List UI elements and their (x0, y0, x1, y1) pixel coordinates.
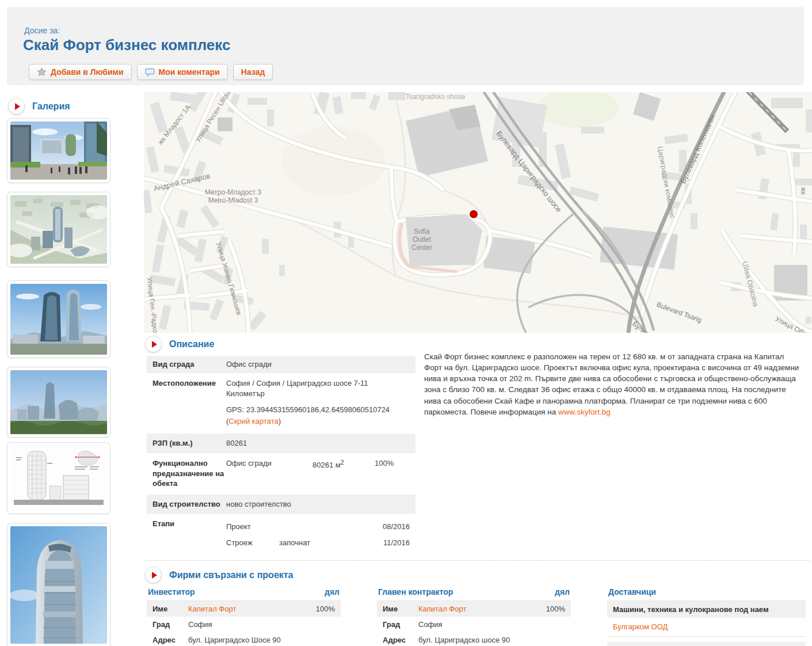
functional-use: Офис сгради (226, 458, 312, 469)
back-label: Назад (241, 67, 265, 77)
row-stages: Етапи Проект 08/2016 Строеж започнат 11/… (147, 514, 415, 554)
row-functional-purpose: Функционално предназначение на обекта Оф… (147, 453, 415, 495)
suppliers-header: Доставчици (608, 587, 656, 596)
project-about-text: Скай Форт бизнес комплекс е разположен н… (424, 351, 803, 417)
header-card: Досие за: Скай Форт бизнес комплекс Доба… (7, 7, 804, 85)
gallery-thumbnail-tower-closeup[interactable] (7, 523, 110, 646)
back-button[interactable]: Назад (233, 64, 273, 80)
star-icon (37, 67, 47, 77)
investor-address-row: Адрес бул. Цариградско Шосе 90 (147, 632, 341, 646)
supplier-company-link[interactable]: Булгарком ООД (613, 622, 668, 631)
gallery-thumbnail-panorama[interactable] (7, 367, 110, 438)
svg-text:Center: Center (411, 244, 432, 252)
section-arrow-icon (145, 567, 162, 583)
svg-text:Sofia: Sofia (414, 227, 430, 235)
location-value: София / София / Цариградско шосе 7-11 Ки… (226, 378, 405, 399)
functional-area: 80261 м2 (312, 458, 375, 471)
stage-row: Проект 08/2016 (226, 519, 410, 535)
share-header: дял (325, 587, 340, 596)
row-building-type: Вид сграда Офис сгради (147, 356, 415, 373)
dossier-kicker: Досие за: (24, 26, 60, 35)
description-title: Описание (169, 339, 214, 349)
header-toolbar: Добави в Любими Мои коментари Назад (29, 64, 273, 80)
section-arrow-icon (145, 336, 162, 352)
project-location-marker[interactable] (470, 210, 478, 218)
my-comments-label: Мои коментари (159, 67, 220, 77)
description-section-head: Описание (145, 336, 214, 352)
gallery-thumbnail-two-towers[interactable] (7, 280, 110, 358)
share-header: дял (555, 587, 570, 596)
investor-city-row: Град София (147, 617, 341, 632)
svg-text:Metro-Mladost 3: Metro-Mladost 3 (208, 196, 258, 204)
gallery-title: Галерия (32, 101, 70, 112)
gps-coordinates: GPS: 23.394453155960186,42.6459806051072… (226, 405, 405, 415)
svg-text:Метро-Младост 3: Метро-Младост 3 (205, 188, 261, 196)
investor-company-link[interactable]: Капитал Форт (188, 605, 316, 613)
svg-text:Tsarigradsko shose: Tsarigradsko shose (406, 93, 466, 101)
row-construction-type: Вид строителство ново строителство (147, 495, 415, 514)
add-to-favorites-label: Добави в Любими (51, 67, 124, 77)
project-dossier-page: { "header": { "kicker": "Досие за:", "ti… (0, 0, 812, 646)
contractor-header: Главен контрактор (378, 587, 453, 596)
gallery-thumbnail-street-render[interactable] (7, 118, 110, 183)
hide-map-line: (Скрий картата) (226, 416, 405, 427)
svg-text:жк: жк (799, 187, 807, 195)
investor-name-row: Име Капитал Форт 100% (147, 601, 341, 617)
row-location: Местоположение София / София / Цариградс… (147, 373, 415, 434)
supplier-category: Машини, техника и кулокранове под наем (607, 601, 806, 618)
gallery-thumbnail-aerial-render[interactable] (7, 192, 110, 267)
hide-map-link[interactable]: Скрий картата (228, 417, 278, 425)
companies-section-head: Фирми свързани с проекта (145, 567, 293, 583)
page-title: Скай Форт бизнес комплекс (23, 36, 230, 54)
skyfort-website-link[interactable]: www.skyfort.bg (558, 408, 611, 416)
contractor-address-row: Адрес бул. Цариградско шосе 90 (377, 632, 571, 646)
section-divider (144, 560, 810, 561)
functional-share: 100% (375, 458, 394, 469)
contractor-city-row: Град София (377, 617, 571, 632)
gallery-section-head: Галерия (8, 98, 70, 115)
comment-bubble-icon (145, 68, 155, 77)
contractor-name-row: Име Капитал Форт 100% (377, 601, 571, 617)
supplier-next-category-bar (607, 642, 806, 646)
sofia-outlet-center-building (399, 214, 482, 272)
section-arrow-icon (8, 98, 25, 115)
description-table: Вид сграда Офис сгради Местоположение Со… (147, 356, 415, 554)
gallery-thumbnail-elevation-drawing[interactable] (7, 442, 110, 514)
companies-title: Фирми свързани с проекта (169, 570, 293, 580)
add-to-favorites-button[interactable]: Добави в Любими (29, 64, 132, 80)
contractor-column: Главен контрактор дял Име Капитал Форт 1… (377, 585, 571, 646)
contractor-company-link[interactable]: Капитал Форт (418, 605, 546, 613)
investor-header: Инвеститор (148, 587, 195, 596)
investor-column: Инвеститор дял Име Капитал Форт 100% Гра… (147, 585, 341, 646)
suppliers-column: Доставчици Машини, техника и кулокранове… (607, 585, 806, 646)
svg-text:Outlet: Outlet (413, 235, 432, 244)
row-rzp: РЗП (кв.м.) 80261 (147, 434, 415, 453)
my-comments-button[interactable]: Мои коментари (137, 64, 228, 80)
location-map[interactable]: Tsarigradsko shoseжк Младост 1АУлица Рес… (144, 92, 812, 333)
stage-row: Строеж започнат 11/2016 (226, 535, 410, 551)
